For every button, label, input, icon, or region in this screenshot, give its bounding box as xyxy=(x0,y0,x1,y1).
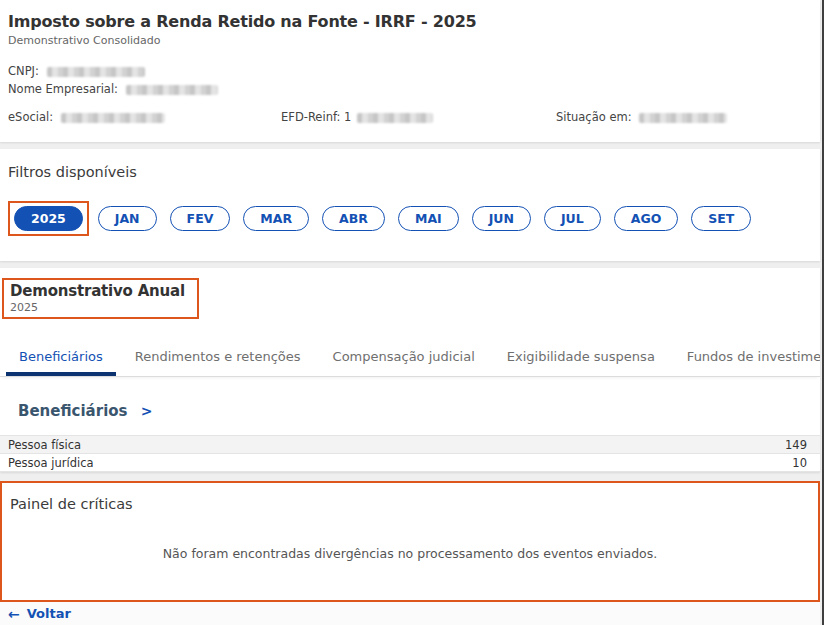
nome-empresarial-label: Nome Empresarial: xyxy=(8,82,118,96)
filter-pill-jun[interactable]: JUN xyxy=(472,206,531,231)
voltar-link[interactable]: ← Voltar xyxy=(8,606,71,622)
tab-fundos-de-investimentos[interactable]: Fundos de investimentos xyxy=(674,343,820,376)
voltar-label: Voltar xyxy=(27,606,71,621)
esocial-value-redacted xyxy=(61,113,165,123)
ids-row: eSocial: EFD-Reinf: 1 Situação em: xyxy=(8,110,812,124)
cnpj-label: CNPJ: xyxy=(8,64,39,78)
filters-title: Filtros disponíveis xyxy=(8,164,812,180)
situacao-value-redacted xyxy=(639,113,727,123)
situacao-field: Situação em: xyxy=(556,110,812,124)
filter-pill-mai[interactable]: MAI xyxy=(398,206,459,231)
painel-de-criticas-card: Painel de críticas Não foram encontradas… xyxy=(0,481,820,602)
chevron-right-icon: > xyxy=(141,403,153,419)
filter-pill-set[interactable]: SET xyxy=(691,206,751,231)
tab-compensacao-judicial[interactable]: Compensação judicial xyxy=(320,343,488,376)
filter-pill-fev[interactable]: FEV xyxy=(170,206,231,231)
table-row-pessoa-juridica: Pessoa jurídica 10 xyxy=(0,454,820,472)
filters-card: Filtros disponíveis 2025 JAN FEV MAR ABR… xyxy=(0,149,820,261)
tab-rendimentos-e-retencoes[interactable]: Rendimentos e retenções xyxy=(122,343,314,376)
footer-bar: ← Voltar xyxy=(0,602,820,625)
esocial-field: eSocial: xyxy=(8,110,281,124)
window-right-margin xyxy=(824,0,829,625)
nome-empresarial-value-redacted xyxy=(126,85,218,95)
beneficiarios-heading-label: Beneficiários xyxy=(18,402,128,420)
filter-pill-mar[interactable]: MAR xyxy=(243,206,309,231)
cnpj-value-redacted xyxy=(47,67,145,77)
demonstrativo-year: 2025 xyxy=(10,301,185,314)
esocial-label: eSocial: xyxy=(8,110,53,124)
cnpj-line: CNPJ: xyxy=(8,64,812,79)
efd-reinf-field: EFD-Reinf: 1 xyxy=(281,110,556,124)
filter-pill-jul[interactable]: JUL xyxy=(544,206,601,231)
efd-reinf-value-redacted xyxy=(357,113,433,123)
annotation-box-demonstrativo: Demonstrativo Anual 2025 xyxy=(2,278,199,319)
annotation-box-year: 2025 xyxy=(8,201,89,236)
demonstrativo-card: Demonstrativo Anual 2025 Beneficiários R… xyxy=(0,268,820,472)
efd-reinf-label: EFD-Reinf: xyxy=(281,110,340,124)
irrf-page: Imposto sobre a Renda Retido na Fonte - … xyxy=(0,0,829,625)
situacao-label: Situação em: xyxy=(556,110,632,124)
painel-title: Painel de críticas xyxy=(10,496,810,512)
beneficiarios-table: Pessoa física 149 Pessoa jurídica 10 xyxy=(0,435,820,472)
row-value: 149 xyxy=(785,438,807,452)
efd-reinf-value-prefix: 1 xyxy=(344,110,351,124)
header-card: Imposto sobre a Renda Retido na Fonte - … xyxy=(0,0,820,142)
tab-beneficiarios[interactable]: Beneficiários xyxy=(6,343,116,376)
filter-pills: 2025 JAN FEV MAR ABR MAI JUN JUL AGO SET xyxy=(8,201,812,236)
page-subtitle: Demonstrativo Consolidado xyxy=(8,34,812,47)
filter-pill-ago[interactable]: AGO xyxy=(614,206,679,231)
company-info: CNPJ: Nome Empresarial: xyxy=(8,64,812,97)
beneficiarios-section-heading[interactable]: Beneficiários > xyxy=(18,402,820,420)
painel-message: Não foram encontradas divergências no pr… xyxy=(10,546,810,561)
filter-pill-jan[interactable]: JAN xyxy=(98,206,157,231)
row-label: Pessoa física xyxy=(8,438,81,452)
tab-exigibilidade-suspensa[interactable]: Exigibilidade suspensa xyxy=(494,343,668,376)
page-title: Imposto sobre a Renda Retido na Fonte - … xyxy=(8,12,812,31)
filter-pill-year[interactable]: 2025 xyxy=(14,206,83,231)
nome-empresarial-line: Nome Empresarial: xyxy=(8,82,812,97)
row-label: Pessoa jurídica xyxy=(8,456,94,470)
window-edge-border xyxy=(822,0,824,625)
back-arrow-icon: ← xyxy=(8,606,20,622)
filter-pill-abr[interactable]: ABR xyxy=(322,206,385,231)
demonstrativo-title: Demonstrativo Anual xyxy=(10,282,185,300)
tabs-bar: Beneficiários Rendimentos e retenções Co… xyxy=(0,343,820,377)
row-value: 10 xyxy=(792,456,807,470)
table-row-pessoa-fisica: Pessoa física 149 xyxy=(0,436,820,454)
